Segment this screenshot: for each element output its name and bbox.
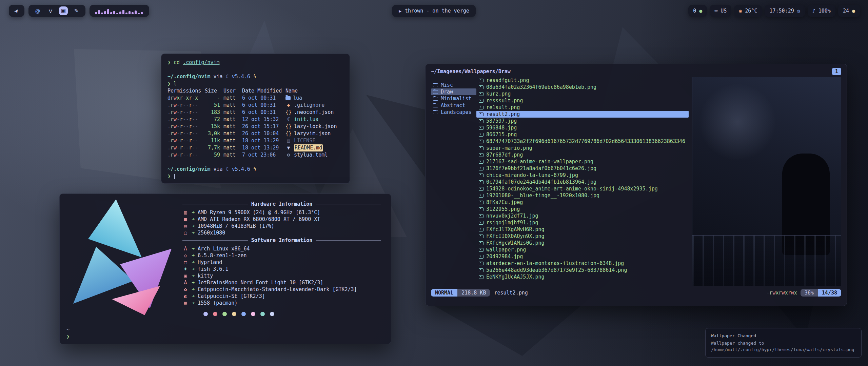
starship-prompt-line: ~/.config/nvim via ☾ v5.4.6 ϟ: [167, 166, 343, 173]
file-item[interactable]: super-mario.png: [476, 145, 689, 151]
visualizer-bar: [107, 9, 109, 14]
file-size: 183: [205, 109, 220, 116]
file-item[interactable]: resssult.png: [476, 97, 689, 104]
tab-badge[interactable]: 1: [832, 68, 841, 75]
file-item[interactable]: 596848.jpg: [476, 124, 689, 131]
file-item[interactable]: rsjqojlmjhf91.jpg: [476, 219, 689, 226]
file-size: 3,0k: [205, 130, 220, 137]
file-item[interactable]: 0c794faf07de24a4db4d4fb1eb813964.jpg: [476, 179, 689, 185]
file-item[interactable]: 8FKa7Cu.jpeg: [476, 199, 689, 206]
file-item[interactable]: ressdfgult.png: [476, 77, 689, 84]
arrow-icon: ➜: [192, 293, 195, 300]
notification-toast[interactable]: Wallpaper Changed Wallpaper changed to /…: [705, 328, 862, 358]
mode-badge: NORMAL: [431, 289, 457, 297]
mode-segment: NORMAL 218.8 KB: [431, 289, 490, 297]
file-owner: matt: [223, 151, 239, 159]
dock-item[interactable]: ▣: [59, 6, 68, 15]
status-module[interactable]: ◷ 17:50:29: [765, 5, 805, 17]
file-item[interactable]: nnvuv0xj2df71.jpg: [476, 212, 689, 219]
file-item[interactable]: re1sult.png: [476, 104, 689, 111]
directory-item[interactable]: Misc: [431, 82, 476, 88]
file-item[interactable]: 19201080-__blue-tinge__-1920×1080.jpg: [476, 192, 689, 199]
directory-item[interactable]: Abstract: [431, 102, 476, 109]
status-bar: NORMAL 218.8 KB result2.png -rwxrwxrwx 3…: [431, 289, 841, 297]
status-module[interactable]: ⌨ US: [710, 5, 731, 17]
play-icon: ▶: [399, 8, 401, 14]
file-icon: ▤: [285, 137, 292, 144]
file-item[interactable]: FXfcJlTXgAMvH6R.png: [476, 226, 689, 233]
media-player-pill[interactable]: ▶ thrown - on the verge: [392, 5, 476, 17]
file-item[interactable]: FXfcHgcWIAMzs0G.png: [476, 240, 689, 246]
permissions: .rw-r--r--: [167, 109, 201, 116]
info-text: 10948MiB / 64183MiB (17%): [198, 223, 274, 229]
file-item[interactable]: 20492984.jpg: [476, 253, 689, 260]
permissions: .rw-r--r--: [167, 116, 201, 123]
file-item[interactable]: FXfcII0X0AQyn9X.png: [476, 233, 689, 240]
image-icon: [479, 119, 484, 123]
file-item[interactable]: 587597.jpg: [476, 118, 689, 124]
info-line: ◇ ➜ 6.5.8-zen1-1-zen: [182, 252, 381, 259]
file-item[interactable]: 866715.png: [476, 131, 689, 138]
column-header: Permissions: [167, 87, 201, 95]
status-module[interactable]: ● 24: [838, 5, 860, 17]
info-icon: ▦: [182, 300, 189, 306]
status-module[interactable]: ◉ 26°C: [734, 5, 762, 17]
table-row: .rw-r--r-- 59 matt 7 oct 23:06 ⚙ stylua.…: [167, 151, 343, 159]
info-text: 1558 (pacman): [198, 300, 237, 306]
directory-item[interactable]: Landscapes: [431, 109, 476, 116]
lua-version: v5.4.6: [232, 166, 250, 172]
info-icon: ▤: [182, 223, 189, 229]
file-item[interactable]: 3122955.png: [476, 206, 689, 212]
file-item[interactable]: 217167-sad-anime-rain-wallpaper.png: [476, 158, 689, 165]
file-item-name: FXfcJlTXgAMvH6R.png: [486, 226, 545, 233]
file-name: ▤ LICENSE: [285, 137, 343, 144]
file-name-text: lua: [293, 95, 302, 102]
status-icon: ●: [699, 8, 702, 14]
file-item[interactable]: EeNKYgIUcAAJ5JX.png: [476, 273, 689, 280]
info-line: Λ ➜ Arch Linux x86_64: [182, 245, 381, 252]
file-name-text: lazy-lock.json: [294, 123, 337, 130]
table-row: .rw-r--r-- 15k matt 26 oct 15:17 {} lazy…: [167, 123, 343, 130]
file-item[interactable]: chica-mirando-la-luna-8799.jpg: [476, 172, 689, 179]
file-item[interactable]: 3126f7e9bbf21a8a4af0b67b041c6e26.jpg: [476, 165, 689, 172]
dock-item[interactable]: ✎: [72, 6, 81, 15]
dock-item[interactable]: @: [33, 6, 42, 15]
file-item[interactable]: wallpaper.png: [476, 246, 689, 253]
table-row: .rw-r--r-- 3,0k matt 26 oct 10:04 {} laz…: [167, 130, 343, 137]
file-item-name: ressdfgult.png: [486, 77, 529, 84]
file-item[interactable]: 5a266e448add93deab367d87173e9f25-6837886…: [476, 267, 689, 273]
file-size-badge: 218.8 KB: [457, 289, 490, 297]
file-item[interactable]: result2.png: [476, 111, 689, 118]
file-name: ⚙ stylua.toml: [285, 151, 343, 159]
file-name: {} lazy-lock.json: [285, 123, 343, 130]
file-item-name: 596848.jpg: [486, 124, 517, 131]
table-row: .rw-r--r-- 183 matt 6 oct 00:31 {} .neoc…: [167, 109, 343, 116]
file-item[interactable]: kurz.png: [476, 90, 689, 97]
file-item[interactable]: 08a634fa02a32364f69ebc86a98eb1eb.png: [476, 84, 689, 90]
directory-item[interactable]: Minimalist: [431, 95, 476, 102]
file-item[interactable]: 154928-odinokoe_anime-art-anime-okno-sin…: [476, 185, 689, 192]
image-icon: [479, 113, 484, 116]
status-module[interactable]: ♪ 100%: [808, 5, 835, 17]
file-owner: matt: [223, 130, 239, 137]
directory-name: Minimalist: [441, 95, 471, 102]
file-item[interactable]: atardecer-en-la-montanas-ilustracion-634…: [476, 260, 689, 267]
visualizer-bar: [110, 12, 112, 14]
file-item[interactable]: 87r687df.png: [476, 151, 689, 158]
palette-dot: [260, 312, 265, 316]
visualizer-bar: [95, 12, 97, 14]
terminal-input-line[interactable]: ~ ❯: [66, 326, 70, 340]
file-item-name: 866715.png: [486, 131, 517, 138]
arrow-icon: ➜: [192, 286, 195, 293]
directory-item[interactable]: Draw: [431, 88, 476, 95]
arrow-icon: ➜: [192, 300, 195, 306]
status-module[interactable]: ● 0: [688, 5, 707, 17]
info-icon: ♦: [182, 266, 189, 272]
prompt-icon: ❯: [167, 81, 171, 87]
file-item-name: 3122955.png: [486, 206, 520, 212]
terminal-input-line[interactable]: ❯: [167, 173, 343, 180]
dock-item[interactable]: V: [46, 6, 55, 15]
audio-visualizer: [90, 5, 149, 17]
launcher-button[interactable]: ➤: [9, 5, 24, 17]
file-item[interactable]: 68747470733a2f2f696d616765732d7769786d70…: [476, 138, 689, 145]
